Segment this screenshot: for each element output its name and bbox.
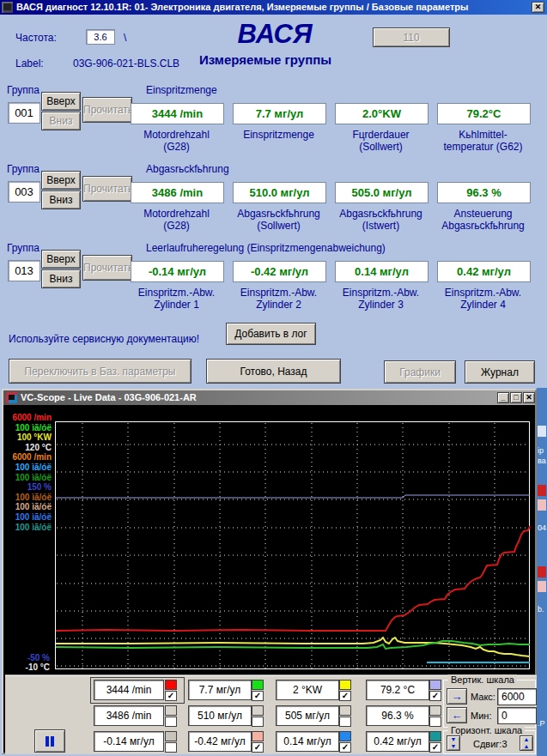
axis-max-label: 150 % xyxy=(3,482,52,493)
channel-checkbox[interactable]: ✓ xyxy=(252,691,264,701)
channel-checkbox[interactable] xyxy=(165,742,177,753)
channel-checkbox[interactable]: ✓ xyxy=(252,742,264,753)
vc-scope-window: VC-Scope - Live Data - 03G-906-021-AR _ … xyxy=(2,389,537,754)
value-label: AnsteuerungAbgasrьckfьhrung xyxy=(430,208,536,232)
axis-max-label: 100 ìã/óë xyxy=(3,512,52,523)
brand-logo: ВАСЯ xyxy=(206,19,343,50)
group-number-input[interactable]: 013 xyxy=(8,260,40,281)
group-row-1: Группа 001 Вверх Вниз Прочитать Einsprit… xyxy=(0,84,547,163)
group-number-input[interactable]: 001 xyxy=(8,102,40,124)
shift-left-icon[interactable]: ← xyxy=(447,707,467,723)
channel-checkbox[interactable] xyxy=(252,717,264,727)
desktop-icon-fragment: iр xyxy=(538,446,544,455)
value-box: 3486 /min xyxy=(131,182,224,203)
channel-value[interactable]: 3444 /min xyxy=(94,680,164,700)
graphs-button[interactable]: Графики xyxy=(384,360,456,384)
channel-color-swatch xyxy=(339,680,351,690)
group-read-button[interactable]: Прочитать xyxy=(82,97,132,123)
channel-value[interactable]: 7.7 мг/ул xyxy=(188,680,252,700)
window-title: ВАСЯ диагност 12.10.1R: 01- Электроника … xyxy=(16,0,468,15)
channel-checkbox[interactable]: ✓ xyxy=(339,742,351,753)
channel-value[interactable]: 96.3 % xyxy=(366,705,429,726)
desktop-icon-fragment xyxy=(538,581,546,592)
group-number-input[interactable]: 003 xyxy=(8,181,40,203)
app-icon xyxy=(2,2,13,13)
maximize-icon[interactable]: □ xyxy=(510,392,522,403)
group-up-button[interactable]: Вверх xyxy=(41,250,81,269)
value-box: 3444 /min xyxy=(131,103,224,124)
group-up-button[interactable]: Вверх xyxy=(41,171,81,190)
value-box: 510.0 мг/ул xyxy=(233,182,326,203)
switch-basic-settings-button[interactable]: Переключить в Баз. параметры xyxy=(9,359,191,384)
value-label: Abgasrьckfьhrung(Istwert) xyxy=(328,208,434,232)
channel-checkbox[interactable] xyxy=(429,717,441,727)
value-box: 2.0°KW xyxy=(335,103,428,124)
group-down-button[interactable]: Вниз xyxy=(41,191,81,209)
scroll-up-icon[interactable]: ▲▲ xyxy=(520,735,533,751)
value-box: -0.42 мг/ул xyxy=(233,261,326,282)
group-down-button[interactable]: Вниз xyxy=(41,269,81,288)
min-input[interactable]: 0 xyxy=(497,707,537,724)
channel-value[interactable]: 3486 /min xyxy=(94,705,164,726)
value-label: Motordrehzahl(G28) xyxy=(124,208,229,232)
channel-color-swatch xyxy=(339,705,351,716)
channel-value[interactable]: 505 мг/ул xyxy=(276,705,339,726)
group-read-button[interactable]: Прочитать xyxy=(82,176,132,202)
freq-value-box[interactable]: 3.6 xyxy=(86,29,115,45)
desktop-icon-fragment: 04 xyxy=(538,523,546,532)
desktop-icon-fragment xyxy=(538,485,546,496)
channel-checkbox[interactable]: ✓ xyxy=(165,691,177,701)
horizontal-scale-group: Горизонт. шкала ▼▼ Сдвиг:3 ▲▲ xyxy=(443,730,536,754)
group-caption: Группа xyxy=(7,242,40,254)
vertical-scale-label: Вертик. шкала xyxy=(448,674,517,685)
vertical-scale-group: Вертик. шкала → Макс: 6000 ← Мин: 0 xyxy=(443,680,536,728)
value-label: Einspritzm.-Abw.Zylinder 4 xyxy=(430,287,536,311)
channel-value[interactable]: 510 мг/ул xyxy=(188,705,252,726)
group-read-button[interactable]: Прочитать xyxy=(82,255,132,281)
channel-checkbox[interactable]: ✓ xyxy=(429,691,441,701)
max-caption: Макс: xyxy=(471,692,495,702)
desktop-icon-fragment xyxy=(538,499,546,511)
axis-max-label: 100 ìã/óë xyxy=(3,473,52,483)
value-box: 79.2°C xyxy=(437,103,531,124)
freq-label: Частота: xyxy=(15,32,57,44)
channel-value[interactable]: 2 °KW xyxy=(276,680,339,700)
channel-color-swatch xyxy=(339,731,351,741)
channel-value[interactable]: 79.2 °C xyxy=(366,680,429,700)
minimize-icon[interactable]: _ xyxy=(497,392,509,403)
channel-color-swatch xyxy=(165,731,177,741)
value-box: 96.3 % xyxy=(437,182,531,203)
channel-checkbox[interactable]: ✓ xyxy=(339,691,351,701)
max-input[interactable]: 6000 xyxy=(497,688,537,705)
group-up-button[interactable]: Вверх xyxy=(41,92,81,111)
channel-value[interactable]: -0.42 мг/ул xyxy=(188,731,252,752)
group-down-button[interactable]: Вниз xyxy=(41,112,81,130)
close-icon[interactable]: ✕ xyxy=(532,2,544,13)
main-titlebar: ВАСЯ диагност 12.10.1R: 01- Электроника … xyxy=(0,0,547,15)
label-filename: 03G-906-021-BLS.CLB xyxy=(73,57,179,70)
channel-value[interactable]: 0.14 мг/ул xyxy=(276,731,339,752)
service-doc-hint: Используйте сервисную документацию! xyxy=(9,333,199,345)
add-to-log-button[interactable]: Добавить в лог xyxy=(226,323,316,345)
port-status-button[interactable]: 110 xyxy=(373,27,450,47)
channel-checkbox[interactable]: ✓ xyxy=(429,742,441,753)
channel-checkbox[interactable] xyxy=(339,717,351,727)
done-back-button[interactable]: Готово, Назад xyxy=(206,359,341,384)
axis-max-label: 100 ìã/óë xyxy=(3,493,52,503)
scope-window-title: VC-Scope - Live Data - 03G-906-021-AR xyxy=(21,390,197,405)
pause-button[interactable] xyxy=(34,729,65,753)
scroll-down-icon[interactable]: ▼▼ xyxy=(447,735,460,751)
scope-plot xyxy=(55,421,531,670)
axis-max-label: 6000 /min xyxy=(3,413,52,423)
channel-color-swatch xyxy=(252,731,264,741)
journal-button[interactable]: Журнал xyxy=(465,360,535,384)
shift-right-icon[interactable]: → xyxy=(447,688,467,705)
channel-color-swatch xyxy=(429,731,441,741)
channel-value[interactable]: 0.42 мг/ул xyxy=(366,731,429,752)
channel-value[interactable]: -0.14 мг/ул xyxy=(94,731,164,752)
channel-checkbox[interactable] xyxy=(165,717,177,727)
channel-color-swatch xyxy=(252,705,264,716)
value-label: Fцrderdauer(Sollwert) xyxy=(328,129,434,153)
close-icon[interactable]: ✕ xyxy=(523,392,535,403)
desktop-strip: iрва04b..P xyxy=(537,388,547,756)
